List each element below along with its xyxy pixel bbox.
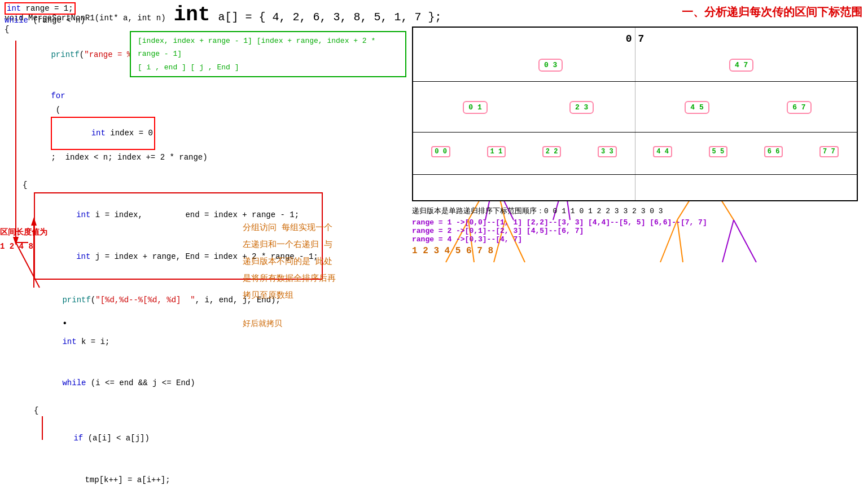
level1-left: 0 3 bbox=[458, 59, 644, 72]
if-line: if (a[i] < a[j]) bbox=[0, 418, 406, 460]
range-init: int range = 1; bbox=[5, 2, 76, 15]
recursive-note-line: 递归版本是单路递归排序下标范围顺序：0 0 1 1 0 1 2 2 3 3 2 … bbox=[412, 206, 862, 216]
node-47: 4 7 bbox=[729, 59, 753, 72]
level2-67: 6 7 bbox=[750, 101, 848, 114]
level2-23: 2 3 bbox=[533, 101, 630, 114]
tree-diagram: 0 7 0 3 4 7 0 1 2 3 bbox=[412, 27, 858, 201]
range2-line: range = 2 ->[0,1]--[2, 3] [4,5]--[6, 7] bbox=[412, 227, 862, 235]
bullet-dot: • bbox=[62, 319, 68, 329]
middle-annotations: 分组访问 每组实现一个 左递归和一个右递归 与 递归版本不同的是 此处 是将所有… bbox=[243, 220, 418, 305]
green-line1: [index, index + range - 1] [index + rang… bbox=[138, 34, 398, 61]
node-66: 6 6 bbox=[764, 146, 783, 157]
annot-copy-all: 是将所有数据全排序后再 bbox=[243, 271, 418, 288]
range1-line: range = 1 ->[0,0]--[1, 1] [2,2]--[3, 3] … bbox=[412, 218, 862, 227]
annot-diff: 递归版本不同的是 此处 bbox=[243, 254, 418, 271]
annot-good-copy: 好后就拷贝 bbox=[243, 316, 418, 332]
level2-45: 4 5 bbox=[648, 101, 746, 114]
inner-while-open: { bbox=[0, 404, 406, 418]
int-index-box: int index = 0 bbox=[51, 117, 155, 150]
result-line: 1 2 3 4 5 6 7 8 bbox=[412, 246, 862, 256]
node-22: 2 2 bbox=[542, 146, 562, 157]
node-03: 0 3 bbox=[538, 59, 563, 72]
right-panel: 一、分析递归每次传的区间下标范围 0 7 0 3 4 7 0 1 bbox=[406, 0, 868, 258]
node-44: 4 4 bbox=[653, 146, 672, 157]
annot-left-right: 左递归和一个右递归 与 bbox=[243, 237, 418, 254]
interval-values: 1 2 4 8 bbox=[0, 240, 47, 254]
while-inner-line: while (i <= end && j <= End) bbox=[0, 363, 406, 404]
bottom-annotations: 递归版本是单路递归排序下标范围顺序：0 0 1 1 0 1 2 2 3 3 2 … bbox=[406, 204, 868, 258]
while-keyword: while bbox=[5, 16, 28, 25]
tmp-i-line: tmp[k++] = a[i++]; bbox=[0, 459, 406, 485]
node-55: 5 5 bbox=[709, 146, 728, 157]
range4-line: range = 4 ->[0,3]--[4, 7] bbox=[412, 235, 862, 244]
interval-title: 区间长度值为 bbox=[0, 226, 47, 240]
node-01: 0 1 bbox=[463, 101, 487, 114]
node-33: 3 3 bbox=[598, 146, 617, 157]
node-00: 0 0 bbox=[431, 146, 450, 157]
interval-label: 区间长度值为 1 2 4 8 bbox=[0, 226, 47, 254]
annot-grouping: 分组访问 每组实现一个 bbox=[243, 220, 418, 237]
annot-copy-back: 拷贝至原数组 bbox=[243, 288, 418, 305]
recursive-note-text: 递归版本是单路递归排序下标范围顺序：0 0 1 1 0 1 2 2 3 3 2 … bbox=[412, 207, 663, 215]
node-77: 7 7 bbox=[819, 146, 839, 157]
node-45: 4 5 bbox=[685, 101, 709, 114]
while-line: while (range < n) bbox=[0, 16, 406, 25]
for-open-brace: { bbox=[0, 178, 406, 192]
page-container: void MergeSortNonR1(int* a, int n) int a… bbox=[0, 0, 868, 485]
green-line2: [ i , end ] [ j , End ] bbox=[138, 61, 398, 74]
while-condition: (range < n) bbox=[33, 16, 85, 25]
section-title: 一、分析递归每次传的区间下标范围 bbox=[406, 0, 868, 24]
green-annotation-box: [index, index + range - 1] [index + rang… bbox=[130, 31, 406, 77]
range-init-block: int range = 1; bbox=[0, 1, 406, 16]
node-23: 2 3 bbox=[569, 101, 594, 114]
node-67: 6 7 bbox=[787, 101, 811, 114]
node-11: 1 1 bbox=[487, 146, 506, 157]
level2-01: 0 1 bbox=[427, 101, 524, 114]
level1-right: 4 7 bbox=[648, 59, 835, 72]
for-line: for ( int index = 0 ; index < n; index +… bbox=[0, 76, 406, 178]
bottom-mid-annot: 好后就拷贝 bbox=[243, 316, 418, 332]
